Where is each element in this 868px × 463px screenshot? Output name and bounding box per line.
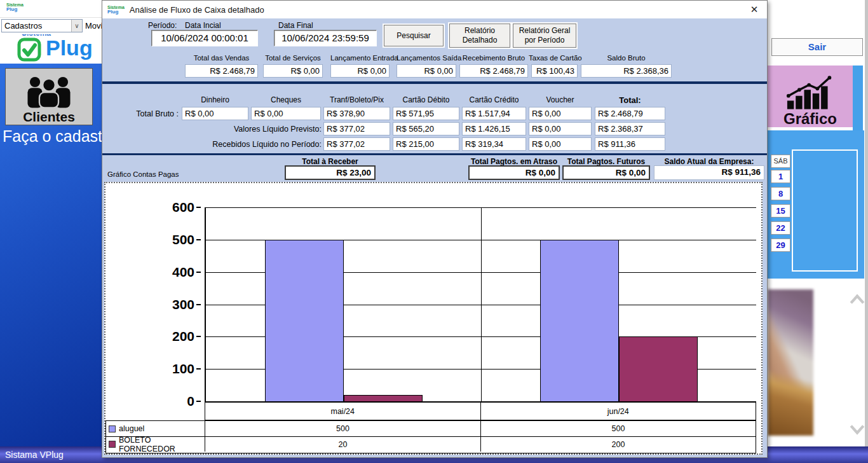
- total-value: R$ 23,00: [285, 165, 376, 180]
- legend-swatch: [109, 425, 116, 432]
- summary-value: R$ 0,00: [397, 64, 456, 78]
- summary-value: R$ 100,43: [531, 64, 578, 78]
- calendar-backdrop: [853, 66, 863, 132]
- grafico-label: Gráfico: [783, 111, 837, 127]
- bar-group: [481, 207, 756, 401]
- photo: [768, 289, 813, 436]
- bar: [540, 240, 619, 401]
- y-tick-label: 600: [172, 199, 194, 216]
- y-tick-label: 200: [172, 328, 194, 345]
- y-tick-mark: [196, 272, 201, 273]
- end-date-input[interactable]: 10/06/2024 23:59:59: [274, 30, 377, 46]
- relatorio-geral-button[interactable]: Relatório Geral por Período: [513, 24, 576, 48]
- menu-cadastros-label: Cadastros: [2, 20, 71, 32]
- start-date-input[interactable]: 10/06/2024 00:00:01: [151, 30, 258, 46]
- app-icon: SistemaPlug: [6, 3, 24, 12]
- legend-row: BOLETO FORNECEDOR: [106, 436, 205, 452]
- total-value: R$ 0,00: [468, 165, 560, 180]
- summary-label: Total das Vendas: [185, 54, 258, 62]
- dialog-title: Análise de Fluxo de Caixa detalhado: [130, 5, 264, 15]
- legend-row: aluguel: [106, 421, 205, 436]
- total-label: Total Pagtos. Futuros: [562, 157, 650, 166]
- calendar-date[interactable]: 1: [771, 170, 790, 183]
- pay-value: R$ 0,00: [251, 107, 321, 120]
- cash-flow-dialog: SistemaPlug Análise de Fluxo de Caixa de…: [102, 0, 768, 458]
- people-icon: [25, 75, 72, 108]
- calendar-frame: [792, 149, 858, 272]
- logo-band: Sistema Plug: [0, 34, 102, 64]
- legend-value: 200: [480, 436, 756, 452]
- total-value: R$ 911,36: [654, 165, 764, 180]
- scroll-down-icon[interactable]: [849, 421, 865, 438]
- bar: [265, 240, 344, 401]
- y-tick-mark: [196, 207, 201, 208]
- pay-value: R$ 0,00: [529, 122, 592, 135]
- bar-group: [206, 207, 481, 401]
- legend-label: BOLETO FORNECEDOR: [119, 436, 205, 453]
- grafico-button[interactable]: Gráfico: [768, 66, 853, 127]
- sair-button[interactable]: Sair: [771, 38, 863, 56]
- pay-col-header: Cheques: [251, 95, 321, 104]
- category-label: mai/24: [205, 403, 480, 420]
- calendar-date[interactable]: 29: [771, 238, 790, 252]
- pay-value: R$ 571,95: [393, 107, 459, 120]
- dialog-titlebar: SistemaPlug Análise de Fluxo de Caixa de…: [102, 1, 767, 18]
- y-tick-mark: [196, 336, 201, 337]
- y-tick-label: 400: [172, 264, 194, 280]
- category-label: jun/24: [480, 403, 757, 420]
- calendar-day-header: SÁB: [771, 155, 790, 168]
- summary-label: Lançamentos Saída: [397, 54, 456, 62]
- pay-value: R$ 0,00: [529, 107, 592, 120]
- total-value: R$ 0,00: [562, 165, 650, 180]
- legend-value: 500: [480, 421, 756, 436]
- calendar-date[interactable]: 22: [771, 221, 790, 235]
- summary-value: R$ 2.468,79: [459, 64, 528, 78]
- pay-col-header: Cartão Débito: [393, 95, 459, 104]
- pay-col-header: Cartão Crédito: [462, 95, 526, 104]
- y-tick-label: 100: [172, 361, 194, 377]
- y-tick-mark: [196, 239, 201, 240]
- clientes-button[interactable]: Clientes: [5, 68, 93, 125]
- calendar-panel: SÁB 1 8 15 22 29: [768, 130, 864, 279]
- chart-category-band: mai/24 jun/24: [205, 403, 756, 420]
- chart-icon: [786, 74, 834, 111]
- y-tick-mark: [196, 368, 201, 370]
- pay-col-header: Voucher: [529, 95, 592, 104]
- separator: [102, 153, 767, 155]
- vplug-check-logo: [17, 37, 42, 62]
- y-tick-label: 0: [187, 393, 194, 410]
- relatorio-detalhado-button[interactable]: Relatório Detalhado: [449, 24, 510, 48]
- summary-label: Lançamento Entrada: [330, 54, 390, 62]
- total-label: Saldo Atual da Empresa:: [654, 157, 764, 166]
- calendar-date[interactable]: 8: [771, 187, 790, 200]
- chart-legend-table: aluguel 500 500 BOLETO FORNECEDOR 20 200: [105, 420, 756, 453]
- pay-value: R$ 0,00: [529, 137, 592, 151]
- pay-value: R$ 1.517,94: [462, 107, 526, 120]
- dialog-icon: SistemaPlug: [107, 5, 125, 15]
- pay-row-label: Total Bruto :: [121, 109, 179, 118]
- y-tick-mark: [196, 304, 201, 305]
- chart-y-axis: 0100200300400500600: [105, 207, 201, 401]
- menu-cadastros[interactable]: Cadastros ∨: [1, 19, 83, 32]
- scroll-up-icon[interactable]: [849, 291, 865, 308]
- close-icon[interactable]: ✕: [748, 3, 761, 16]
- pay-value: R$ 319,34: [462, 137, 526, 151]
- pay-value: R$ 565,20: [393, 122, 459, 135]
- legend-swatch: [109, 441, 116, 448]
- pay-row-label: Recebidos Líquido no Período:: [131, 140, 322, 149]
- summary-value: R$ 2.468,79: [185, 64, 258, 78]
- clientes-label: Clientes: [23, 109, 75, 124]
- summary-label: Total de Serviços: [263, 54, 323, 62]
- y-tick-mark: [196, 401, 201, 402]
- pay-value: R$ 1.426,15: [462, 122, 526, 135]
- pay-col-header: Tranf/Boleto/Pix: [323, 95, 390, 104]
- pay-row-label: Valores Líquido Previsto:: [131, 125, 322, 134]
- total-label: Total Pagtos. em Atraso: [468, 157, 560, 166]
- legend-value: 500: [205, 421, 480, 436]
- pay-value: R$ 377,02: [323, 137, 390, 151]
- pay-value: R$ 2.468,79: [595, 107, 665, 120]
- pesquisar-button[interactable]: Pesquisar: [384, 25, 444, 46]
- chevron-down-icon: ∨: [71, 20, 82, 32]
- calendar-date[interactable]: 15: [771, 204, 790, 218]
- summary-label: Taxas de Cartão: [529, 54, 580, 62]
